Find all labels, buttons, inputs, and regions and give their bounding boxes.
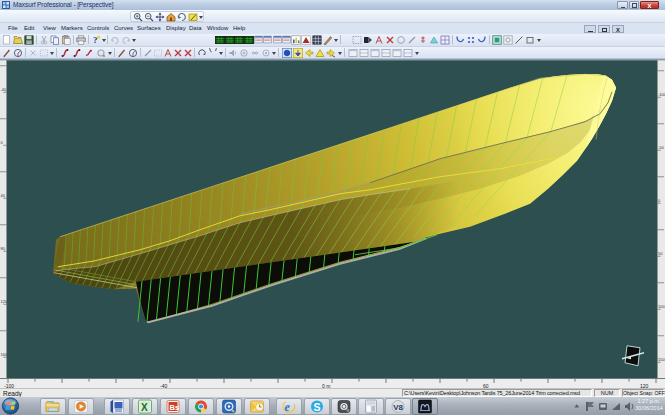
svg-text:40: 40 [1,193,6,198]
svg-text:50: 50 [658,251,663,256]
svg-text:X: X [141,401,148,412]
svg-text:e: e [285,400,291,414]
svg-text:150: 150 [658,357,665,362]
svg-text:160: 160 [1,352,8,357]
svg-text:120: 120 [1,299,8,304]
svg-text:100: 100 [658,304,665,309]
svg-text:S: S [314,400,321,412]
svg-text:-100: -100 [658,92,665,97]
svg-text:-50: -50 [658,145,665,150]
svg-text:Bs: Bs [170,402,180,411]
svg-text:?: ? [93,35,98,45]
svg-text:V8: V8 [393,403,403,412]
svg-text:-40: -40 [1,87,8,92]
svg-text:80: 80 [1,246,6,251]
